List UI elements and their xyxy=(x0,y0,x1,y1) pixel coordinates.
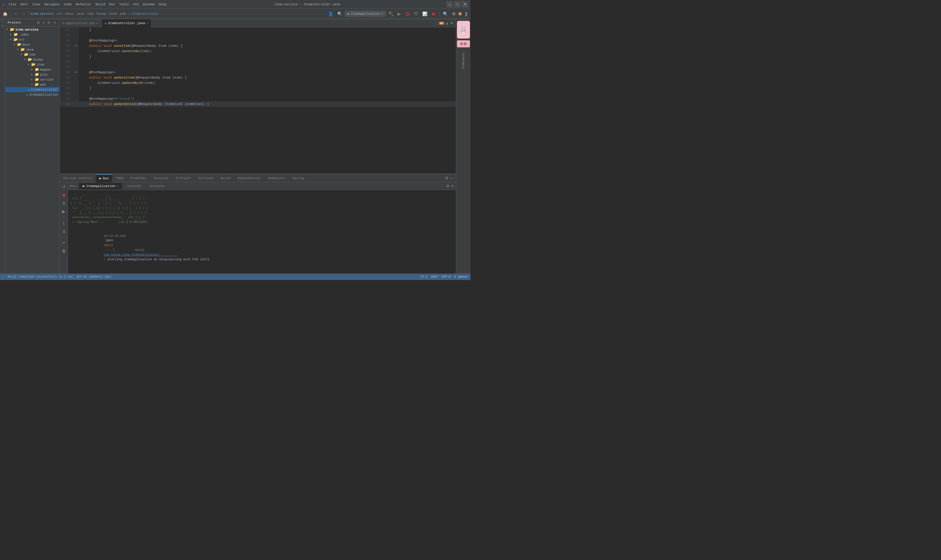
run-app-close[interactable]: ✕ xyxy=(117,185,118,188)
tab-spring[interactable]: Spring xyxy=(289,174,308,182)
tab-dependencies[interactable]: Dependencies xyxy=(234,174,264,182)
breadcrumb-heima[interactable]: heima xyxy=(97,12,106,15)
tree-item-heima[interactable]: ▼ 📂 heima xyxy=(5,57,59,62)
tab-applicationyml[interactable]: ⚙ application.yml ✕ xyxy=(60,19,102,27)
tab-endpoints[interactable]: Endpoints xyxy=(264,174,289,182)
build-btn[interactable]: 🔨 xyxy=(387,11,395,17)
tree-item-com[interactable]: ▼ 📂 com xyxy=(5,52,59,57)
tab-todo[interactable]: TODO xyxy=(112,174,127,182)
menu-refactor[interactable]: Refactor xyxy=(74,2,93,7)
breadcrumb-item[interactable]: item xyxy=(109,12,117,15)
menu-help[interactable]: Help xyxy=(157,2,168,7)
project-tool-icon[interactable]: P xyxy=(1,20,4,22)
breadcrumb-main[interactable]: main xyxy=(66,12,73,15)
run-profile-btn[interactable]: 👤 xyxy=(327,11,335,17)
expand-btn[interactable]: ❯ xyxy=(463,11,469,17)
tree-item-root[interactable]: ▼ 📂 item-service xyxy=(5,27,59,32)
console-sub-tab[interactable]: Console xyxy=(124,183,145,189)
menu-vcs[interactable]: VCS xyxy=(131,2,141,7)
breadcrumb-src[interactable]: src xyxy=(57,12,63,15)
menu-code[interactable]: Code xyxy=(62,2,73,7)
line-ending[interactable]: CRLF xyxy=(431,275,438,278)
run-sub-settings[interactable]: ⚙ xyxy=(446,184,450,188)
run-scroll-end-btn[interactable]: ⤓ xyxy=(61,220,67,226)
menu-run[interactable]: Run xyxy=(108,2,117,7)
run-print-btn[interactable]: 🖨 xyxy=(61,228,67,234)
sidebar-actions[interactable]: ⚙ ≡ ⚙ ✕ xyxy=(36,20,57,25)
breadcrumb-com[interactable]: com xyxy=(87,12,93,15)
menu-navigate[interactable]: Navigate xyxy=(42,2,62,7)
tab-terminal[interactable]: Terminal xyxy=(150,174,172,182)
menu-build[interactable]: Build xyxy=(94,2,107,7)
tree-item-main[interactable]: ▼ 📂 main xyxy=(5,42,59,47)
close-button[interactable]: ✕ xyxy=(462,1,468,8)
tree-item-service[interactable]: ▶ 📁 service xyxy=(5,77,59,82)
sidebar-gear-btn[interactable]: ⚙ xyxy=(46,20,51,25)
structure-icon[interactable]: S xyxy=(2,25,3,28)
run-sub-close[interactable]: ✕ xyxy=(451,184,454,188)
actuator-sub-tab[interactable]: Actuator xyxy=(146,183,169,189)
menu-file[interactable]: File xyxy=(7,2,18,7)
run-wrap-btn[interactable]: ↵ xyxy=(61,239,67,246)
debug-btn[interactable]: 🐞 xyxy=(403,11,411,17)
window-controls[interactable]: — □ ✕ xyxy=(446,1,468,8)
tab-run[interactable]: ▶ Run xyxy=(96,174,112,182)
run-resume-btn[interactable]: ▶ xyxy=(61,208,67,215)
code-editor[interactable]: 42 } 43 44 xyxy=(60,27,456,174)
sidebar-collapse-btn[interactable]: ≡ xyxy=(42,20,46,25)
tab-expand-btn[interactable]: ▼ xyxy=(450,21,454,25)
run-restart-btn[interactable]: ↺ xyxy=(61,183,67,190)
run-pause-btn[interactable]: ⏸ xyxy=(61,200,67,206)
search-btn[interactable]: 🔍 xyxy=(441,11,449,17)
tab-close-yml[interactable]: ✕ xyxy=(97,22,98,25)
notifications-vtab[interactable]: Notifications xyxy=(461,51,466,70)
run-btn[interactable]: ▶ xyxy=(396,11,402,17)
tree-item-idea[interactable]: ▶ 📁 .idea xyxy=(5,32,59,37)
stop-btn[interactable]: ⏹ xyxy=(430,11,437,17)
sidebar-hide-btn[interactable]: ✕ xyxy=(52,20,57,25)
menu-bar[interactable]: File Edit View Navigate Code Refactor Bu… xyxy=(7,2,168,7)
breadcrumb-controller[interactable]: ☕ ItemController xyxy=(129,12,159,15)
tab-services[interactable]: Services xyxy=(195,174,217,182)
tab-itemcontroller[interactable]: ☕ ItemController.java ✕ xyxy=(102,19,151,27)
tree-item-web[interactable]: ▼ 📂 web xyxy=(5,82,59,87)
tree-item-pojo[interactable]: ▶ 📁 pojo xyxy=(5,72,59,77)
tree-item-src[interactable]: ▼ 📂 src xyxy=(5,37,59,42)
project-icon-btn[interactable]: 🏠 xyxy=(1,11,9,17)
tree-item-itemcontroller[interactable]: ☕ ItemController xyxy=(5,87,59,92)
back-btn[interactable]: ← xyxy=(12,11,19,17)
bottom-settings-btn[interactable]: ⚙ xyxy=(445,176,449,180)
tab-profiler[interactable]: Profiler xyxy=(172,174,195,182)
indent-info[interactable]: 4 spaces xyxy=(454,275,468,278)
tab-close-java[interactable]: ✕ xyxy=(146,22,148,25)
tab-problems[interactable]: Problems xyxy=(127,174,150,182)
bottom-minimize-btn[interactable]: — xyxy=(450,176,454,180)
forward-btn[interactable]: → xyxy=(20,11,27,17)
encoding[interactable]: UTF-8 xyxy=(442,275,451,278)
tree-item-mapper[interactable]: ▶ 📁 mapper xyxy=(5,67,59,72)
tab-build[interactable]: Build xyxy=(217,174,234,182)
coverage-btn[interactable]: 🛡 xyxy=(412,11,420,17)
sidebar-settings-btn[interactable]: ⚙ xyxy=(36,20,41,25)
cursor-position[interactable]: 27:1 xyxy=(421,275,427,278)
profile-btn[interactable]: 📊 xyxy=(421,11,429,17)
tab-collapse-btn[interactable]: ▲ xyxy=(445,21,449,25)
tab-version-control[interactable]: Version Control xyxy=(60,174,96,182)
menu-window[interactable]: Window xyxy=(141,2,157,7)
run-configuration[interactable]: ▶ ItemApplication ▾ xyxy=(345,11,386,17)
breadcrumb-item-service[interactable]: item-service xyxy=(30,12,54,15)
breadcrumb-web[interactable]: web xyxy=(120,12,126,15)
tree-item-item[interactable]: ▼ 📂 item xyxy=(5,62,59,67)
maximize-button[interactable]: □ xyxy=(454,1,461,8)
search-everywhere-btn[interactable]: 🔍 xyxy=(336,11,344,17)
run-app-tab[interactable]: ▶ ItemApplication ✕ xyxy=(79,183,122,189)
menu-edit[interactable]: Edit xyxy=(19,2,30,7)
settings-btn[interactable]: ⚙ xyxy=(451,11,457,17)
menu-tools[interactable]: Tools xyxy=(117,2,131,7)
minimize-button[interactable]: — xyxy=(446,1,453,8)
menu-view[interactable]: View xyxy=(31,2,42,7)
run-clear-btn[interactable]: 🗑 xyxy=(61,248,67,254)
tree-item-itemapplication[interactable]: ☕ ItemApplication xyxy=(5,92,59,97)
tree-item-java[interactable]: ▼ 📂 java xyxy=(5,47,59,52)
breadcrumb-java[interactable]: java xyxy=(77,12,84,15)
